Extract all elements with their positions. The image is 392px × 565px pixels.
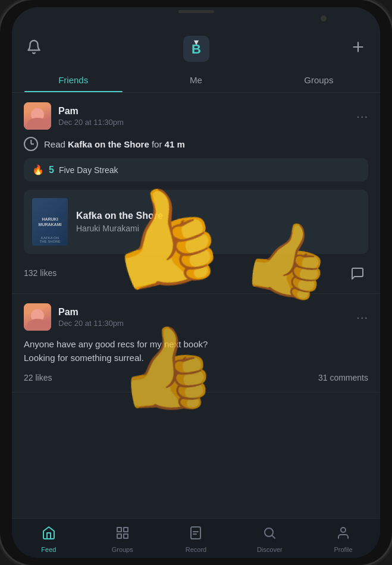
timestamp-1: Dec 20 at 11:30pm	[58, 118, 124, 127]
post-text-activity: Pam Dec 20 at 11:30pm ··· Anyone have an…	[12, 294, 380, 393]
book-info: Kafka on the Shore Haruki Murakami	[76, 211, 163, 233]
svg-rect-5	[117, 528, 121, 532]
nav-label-groups: Groups	[112, 546, 133, 553]
book-preview[interactable]: HARUKI MURAKAMI KAFKA ONTHE SHORE Kafka …	[24, 190, 368, 254]
nav-item-record[interactable]: Record	[159, 523, 233, 555]
post-actions-1: 132 likes	[24, 262, 368, 284]
user-info-1: Pam Dec 20 at 11:30pm	[58, 106, 124, 127]
nav-item-feed[interactable]: Feed	[12, 523, 86, 555]
bell-icon[interactable]	[26, 39, 42, 58]
likes-count-1: 132 likes	[24, 268, 343, 278]
nav-label-discover: Discover	[257, 546, 283, 553]
nav-label-feed: Feed	[41, 546, 56, 553]
svg-line-13	[272, 536, 275, 538]
user-info-2: Pam Dec 20 at 11:30pm	[58, 307, 124, 328]
post-header-2: Pam Dec 20 at 11:30pm ···	[24, 303, 368, 331]
post-stats-2: 22 likes 31 comments	[24, 373, 368, 382]
feed-container: Pam Dec 20 at 11:30pm ··· Read Kafka on …	[12, 93, 380, 518]
clock-icon	[24, 137, 38, 151]
svg-rect-8	[124, 534, 128, 538]
svg-rect-6	[124, 528, 128, 532]
post-header-1: Pam Dec 20 at 11:30pm ···	[24, 102, 368, 130]
activity-row: Read Kafka on the Shore for 41 m	[24, 137, 368, 151]
status-bar	[12, 7, 380, 31]
book-author: Haruki Murakami	[76, 224, 163, 233]
app-header: B	[12, 31, 380, 69]
nav-label-profile: Profile	[334, 546, 352, 553]
book-cover: HARUKI MURAKAMI KAFKA ONTHE SHORE	[32, 198, 68, 246]
tab-me[interactable]: Me	[134, 69, 257, 92]
likes-count-2: 22 likes	[24, 373, 52, 382]
post-user-2: Pam Dec 20 at 11:30pm	[24, 303, 124, 331]
streak-badge: 🔥 5 Five Day Streak	[24, 158, 368, 181]
avatar-pam-1	[24, 102, 51, 130]
comments-count-2[interactable]: 31 comments	[318, 373, 368, 382]
svg-point-14	[341, 528, 346, 532]
nav-item-discover[interactable]: Discover	[233, 523, 306, 555]
username-2: Pam	[58, 307, 124, 318]
search-icon	[262, 526, 277, 544]
app-logo: B	[183, 36, 209, 62]
book-title: Kafka on the Shore	[76, 211, 163, 221]
nav-label-record: Record	[186, 546, 206, 553]
home-icon	[42, 526, 56, 544]
post-reading-activity: Pam Dec 20 at 11:30pm ··· Read Kafka on …	[12, 93, 380, 294]
tab-bar: Friends Me Groups	[12, 69, 380, 93]
nav-item-groups[interactable]: Groups	[86, 523, 159, 555]
grid-icon	[115, 526, 130, 544]
avatar-pam-2	[24, 303, 51, 331]
post-user-1: Pam Dec 20 at 11:30pm	[24, 102, 124, 130]
book-icon	[189, 526, 203, 544]
svg-point-12	[265, 528, 273, 536]
user-icon	[336, 526, 350, 544]
username-1: Pam	[58, 106, 124, 117]
tab-groups[interactable]: Groups	[258, 69, 380, 92]
activity-text: Read Kafka on the Shore for 41 m	[44, 139, 185, 149]
camera-dot	[321, 15, 327, 21]
book-cover-text: HARUKI MURAKAMI	[39, 216, 62, 227]
more-button-1[interactable]: ···	[356, 109, 368, 123]
streak-number: 5	[49, 165, 54, 175]
nav-item-profile[interactable]: Profile	[306, 523, 380, 555]
more-button-2[interactable]: ···	[356, 310, 368, 324]
svg-rect-9	[191, 527, 200, 539]
timestamp-2: Dec 20 at 11:30pm	[58, 319, 124, 328]
add-icon[interactable]	[350, 39, 366, 58]
bottom-navigation: Feed Groups	[12, 518, 380, 558]
comment-button-1[interactable]	[347, 262, 368, 284]
streak-text: Five Day Streak	[59, 165, 118, 175]
flame-icon: 🔥	[32, 164, 44, 175]
book-cover-subtitle: KAFKA ONTHE SHORE	[32, 236, 68, 243]
tab-friends[interactable]: Friends	[12, 69, 134, 92]
phone-screen: B Friends Me Groups	[12, 7, 380, 558]
speaker-bar	[178, 10, 214, 13]
phone-frame: B Friends Me Groups	[0, 0, 392, 565]
svg-rect-7	[117, 534, 121, 538]
post-text-content: Anyone have any good recs for my next bo…	[24, 338, 368, 365]
